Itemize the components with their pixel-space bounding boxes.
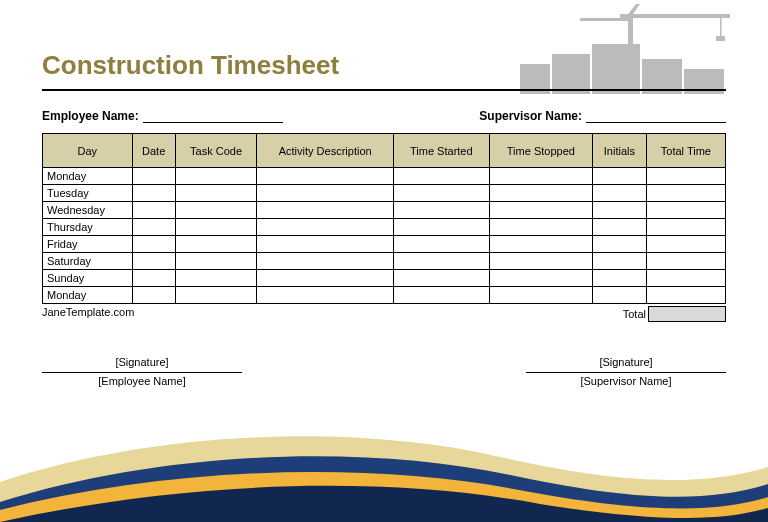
cell-date[interactable] (132, 219, 175, 236)
table-row[interactable]: Monday (43, 287, 726, 304)
cell-stop[interactable] (489, 168, 592, 185)
cell-stop[interactable] (489, 270, 592, 287)
supervisor-name-label: Supervisor Name: (479, 109, 582, 123)
cell-stop[interactable] (489, 185, 592, 202)
cell-total[interactable] (646, 219, 725, 236)
cell-date[interactable] (132, 287, 175, 304)
cell-day[interactable]: Sunday (43, 270, 133, 287)
table-row[interactable]: Monday (43, 168, 726, 185)
cell-date[interactable] (132, 236, 175, 253)
cell-start[interactable] (393, 219, 489, 236)
cell-task[interactable] (175, 185, 257, 202)
col-activity: Activity Description (257, 134, 393, 168)
cell-initials[interactable] (592, 219, 646, 236)
table-header-row: Day Date Task Code Activity Description … (43, 134, 726, 168)
cell-day[interactable]: Saturday (43, 253, 133, 270)
col-time-stopped: Time Stopped (489, 134, 592, 168)
cell-start[interactable] (393, 287, 489, 304)
website-credit: JaneTemplate.com (42, 306, 134, 322)
cell-task[interactable] (175, 253, 257, 270)
page-title: Construction Timesheet (42, 50, 726, 81)
table-row[interactable]: Thursday (43, 219, 726, 236)
cell-activity[interactable] (257, 287, 393, 304)
cell-total[interactable] (646, 287, 725, 304)
cell-initials[interactable] (592, 253, 646, 270)
table-row[interactable]: Tuesday (43, 185, 726, 202)
cell-initials[interactable] (592, 202, 646, 219)
supervisor-signature-line (526, 372, 726, 373)
table-row[interactable]: Wednesday (43, 202, 726, 219)
cell-activity[interactable] (257, 185, 393, 202)
col-day: Day (43, 134, 133, 168)
employee-signature-name: [Employee Name] (42, 375, 242, 387)
cell-day[interactable]: Monday (43, 168, 133, 185)
cell-stop[interactable] (489, 287, 592, 304)
cell-date[interactable] (132, 168, 175, 185)
cell-task[interactable] (175, 202, 257, 219)
timesheet-table: Day Date Task Code Activity Description … (42, 133, 726, 304)
employee-signature-block: [Signature] [Employee Name] (42, 356, 242, 387)
cell-initials[interactable] (592, 270, 646, 287)
cell-start[interactable] (393, 236, 489, 253)
cell-initials[interactable] (592, 185, 646, 202)
cell-day[interactable]: Wednesday (43, 202, 133, 219)
supervisor-name-field[interactable]: Supervisor Name: (479, 109, 726, 123)
supervisor-signature-name: [Supervisor Name] (526, 375, 726, 387)
cell-initials[interactable] (592, 168, 646, 185)
cell-day[interactable]: Friday (43, 236, 133, 253)
cell-task[interactable] (175, 236, 257, 253)
supervisor-name-input-line[interactable] (586, 109, 726, 123)
employee-name-field[interactable]: Employee Name: (42, 109, 283, 123)
cell-activity[interactable] (257, 236, 393, 253)
cell-start[interactable] (393, 168, 489, 185)
cell-activity[interactable] (257, 168, 393, 185)
cell-activity[interactable] (257, 253, 393, 270)
cell-activity[interactable] (257, 219, 393, 236)
cell-stop[interactable] (489, 202, 592, 219)
cell-start[interactable] (393, 270, 489, 287)
cell-activity[interactable] (257, 202, 393, 219)
total-value-box[interactable] (648, 306, 726, 322)
cell-total[interactable] (646, 202, 725, 219)
col-date: Date (132, 134, 175, 168)
employee-name-label: Employee Name: (42, 109, 139, 123)
cell-initials[interactable] (592, 236, 646, 253)
cell-date[interactable] (132, 185, 175, 202)
cell-total[interactable] (646, 236, 725, 253)
cell-day[interactable]: Monday (43, 287, 133, 304)
cell-total[interactable] (646, 270, 725, 287)
table-row[interactable]: Sunday (43, 270, 726, 287)
cell-day[interactable]: Tuesday (43, 185, 133, 202)
cell-date[interactable] (132, 202, 175, 219)
cell-task[interactable] (175, 270, 257, 287)
cell-start[interactable] (393, 185, 489, 202)
col-time-started: Time Started (393, 134, 489, 168)
cell-stop[interactable] (489, 219, 592, 236)
supervisor-signature-block: [Signature] [Supervisor Name] (526, 356, 726, 387)
cell-activity[interactable] (257, 270, 393, 287)
footer-wave-graphic (0, 412, 768, 522)
cell-task[interactable] (175, 287, 257, 304)
cell-stop[interactable] (489, 253, 592, 270)
cell-initials[interactable] (592, 287, 646, 304)
col-initials: Initials (592, 134, 646, 168)
cell-start[interactable] (393, 202, 489, 219)
cell-task[interactable] (175, 168, 257, 185)
col-total-time: Total Time (646, 134, 725, 168)
cell-date[interactable] (132, 253, 175, 270)
supervisor-signature-placeholder[interactable]: [Signature] (526, 356, 726, 368)
cell-total[interactable] (646, 168, 725, 185)
cell-total[interactable] (646, 253, 725, 270)
cell-total[interactable] (646, 185, 725, 202)
cell-task[interactable] (175, 219, 257, 236)
employee-name-input-line[interactable] (143, 109, 283, 123)
table-row[interactable]: Friday (43, 236, 726, 253)
cell-date[interactable] (132, 270, 175, 287)
table-row[interactable]: Saturday (43, 253, 726, 270)
title-divider (42, 89, 726, 91)
cell-day[interactable]: Thursday (43, 219, 133, 236)
cell-start[interactable] (393, 253, 489, 270)
employee-signature-placeholder[interactable]: [Signature] (42, 356, 242, 368)
col-task-code: Task Code (175, 134, 257, 168)
cell-stop[interactable] (489, 236, 592, 253)
